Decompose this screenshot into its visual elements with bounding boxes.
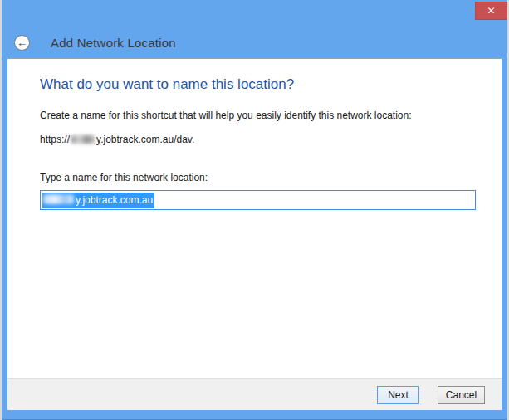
- input-value-visible: y.jobtrack.com.au: [76, 194, 153, 206]
- titlebar: ✕ ← Add Network Location: [2, 0, 507, 58]
- cancel-button-label: Cancel: [446, 389, 477, 401]
- url-suffix: y.jobtrack.com.au/dav.: [96, 134, 194, 145]
- next-button[interactable]: Next: [377, 386, 419, 404]
- next-button-label: Next: [388, 389, 409, 401]
- window-title: Add Network Location: [51, 36, 176, 50]
- close-button[interactable]: ✕: [475, 2, 507, 20]
- location-name-input[interactable]: y.jobtrack.com.au: [40, 190, 476, 210]
- close-icon: ✕: [487, 5, 495, 17]
- add-network-location-window: ✕ ← Add Network Location What do you wan…: [2, 0, 507, 420]
- cancel-button[interactable]: Cancel: [438, 386, 485, 404]
- back-arrow-icon: ←: [17, 37, 27, 50]
- page-heading: What do you want to name this location?: [40, 76, 476, 93]
- network-location-url: https://y.jobtrack.com.au/dav.: [40, 134, 476, 145]
- redacted-name-blur: [43, 194, 74, 204]
- wizard-client-area: What do you want to name this location? …: [7, 58, 502, 410]
- wizard-content: What do you want to name this location? …: [7, 59, 502, 378]
- url-prefix: https://: [40, 134, 70, 145]
- back-button[interactable]: ←: [14, 35, 30, 51]
- wizard-footer: Next Cancel: [7, 378, 502, 410]
- redacted-subdomain-blur: [71, 135, 95, 144]
- description-text: Create a name for this shortcut that wil…: [40, 110, 476, 121]
- selected-input-text: y.jobtrack.com.au: [42, 193, 154, 208]
- input-label: Type a name for this network location:: [40, 172, 476, 183]
